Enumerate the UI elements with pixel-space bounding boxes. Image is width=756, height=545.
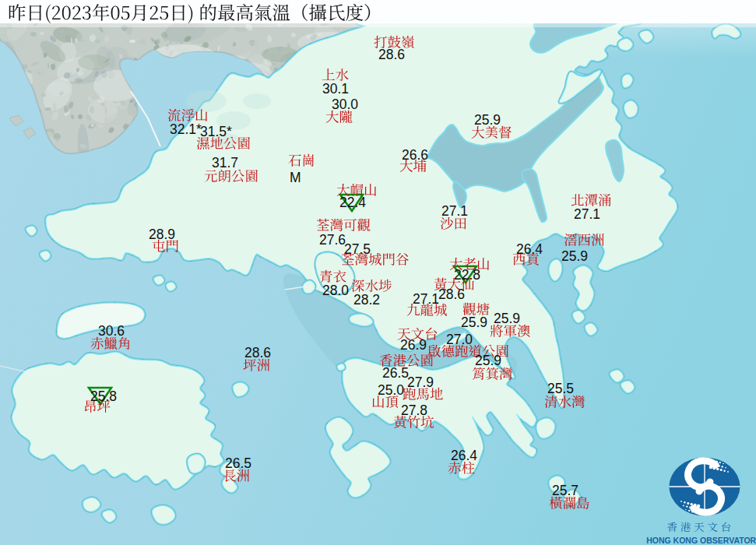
svg-text:28.0: 28.0 [322,283,349,298]
svg-text:27.1: 27.1 [441,203,468,219]
svg-text:30.1: 30.1 [322,81,349,97]
svg-text:22.4: 22.4 [339,195,366,210]
svg-text:M: M [290,170,301,185]
svg-text:25.5: 25.5 [547,381,574,396]
svg-text:25.9: 25.9 [561,248,588,264]
svg-text:25.8: 25.8 [90,389,117,404]
svg-text:27.0: 27.0 [446,332,473,347]
svg-text:28.9: 28.9 [149,227,175,242]
svg-text:26.9: 26.9 [400,337,427,353]
svg-text:26.4: 26.4 [516,241,543,257]
svg-text:27.1: 27.1 [413,291,439,307]
svg-text:28.6: 28.6 [378,47,405,62]
svg-text:27.5: 27.5 [344,241,371,257]
svg-text:30.6: 30.6 [98,323,125,339]
svg-text:32.1*: 32.1* [170,121,202,137]
svg-text:26.6: 26.6 [402,147,428,163]
svg-text:25.7: 25.7 [552,483,578,498]
svg-text:25.9: 25.9 [494,311,520,326]
svg-text:25.0: 25.0 [378,382,404,398]
svg-text:31.7: 31.7 [212,155,238,171]
svg-text:28.2: 28.2 [353,292,380,308]
svg-text:26.5: 26.5 [225,455,251,471]
svg-text:25.9: 25.9 [475,353,501,368]
svg-text:27.8: 27.8 [401,403,427,418]
svg-text:HONG KONG OBSERVATORY: HONG KONG OBSERVATORY [646,536,756,545]
svg-text:26.4: 26.4 [451,448,477,463]
svg-text:31.5*: 31.5* [200,124,232,139]
svg-text:27.9: 27.9 [407,374,434,390]
svg-text:22.8: 22.8 [454,267,480,283]
svg-text:28.6: 28.6 [438,287,465,302]
svg-text:27.6: 27.6 [319,232,346,248]
svg-text:25.9: 25.9 [474,112,501,128]
svg-text:27.1: 27.1 [574,206,600,222]
svg-text:30.0: 30.0 [332,97,358,112]
svg-text:26.5: 26.5 [382,365,409,381]
svg-text:25.9: 25.9 [461,315,487,330]
svg-text:28.6: 28.6 [244,345,271,360]
